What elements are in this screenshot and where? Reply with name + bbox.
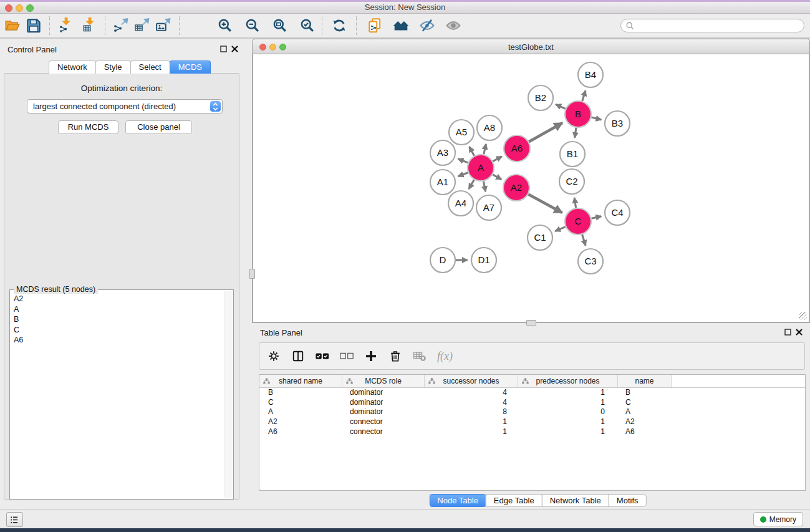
edge-B-B1[interactable] <box>575 128 576 138</box>
show-columns-icon[interactable] <box>291 349 305 363</box>
tab-select[interactable]: Select <box>130 60 170 74</box>
network-canvas[interactable]: B4B2BB3A8A5A6A3B1AA1C2A2A4A7C4CC1C3DD1 <box>252 54 810 323</box>
node-B2[interactable]: B2 <box>528 85 553 110</box>
close-table-panel-icon[interactable] <box>796 329 803 336</box>
create-column-plus-icon[interactable] <box>364 349 378 363</box>
float-panel-icon[interactable] <box>220 46 227 52</box>
open-session-icon[interactable] <box>4 17 21 34</box>
home-layout-icon[interactable] <box>393 17 409 34</box>
column-header-name[interactable]: name <box>618 375 672 387</box>
table-row[interactable]: Adominator80A <box>259 407 805 417</box>
criterion-select[interactable]: largest connected component (directed) <box>27 99 223 114</box>
table-cell[interactable]: 8 <box>425 407 518 417</box>
network-graph[interactable]: B4B2BB3A8A5A6A3B1AA1C2A2A4A7C4CC1C3DD1 <box>253 54 808 321</box>
column-header-successor-nodes[interactable]: successor nodes <box>425 375 518 387</box>
node-A7[interactable]: A7 <box>476 195 501 220</box>
select-all-icon[interactable] <box>316 349 329 363</box>
node-A6[interactable]: A6 <box>504 135 530 162</box>
mcds-result-item[interactable]: A6 <box>14 335 223 346</box>
table-row[interactable]: A2connector11A2 <box>259 417 805 427</box>
table-cell[interactable]: C <box>618 398 672 408</box>
node-A1[interactable]: A1 <box>430 170 455 195</box>
node-D[interactable]: D <box>430 248 455 273</box>
refresh-icon[interactable] <box>331 17 347 34</box>
table-cell[interactable]: A <box>259 407 342 417</box>
table-cell[interactable]: dominator <box>342 388 425 398</box>
memory-button[interactable]: Memory <box>753 512 803 526</box>
close-panel-icon[interactable] <box>231 46 238 52</box>
edge-A-A2[interactable] <box>493 175 501 180</box>
edge-A-A8[interactable] <box>484 144 486 155</box>
mcds-result-item[interactable]: B <box>14 314 223 325</box>
edge-B-B2[interactable] <box>556 105 566 109</box>
node-A8[interactable]: A8 <box>477 115 502 140</box>
node-A4[interactable]: A4 <box>448 191 473 216</box>
zoom-out-icon[interactable] <box>244 17 261 34</box>
edge-B-B3[interactable] <box>591 117 601 120</box>
import-network-icon[interactable] <box>57 17 74 34</box>
zoom-selected-icon[interactable] <box>299 17 316 34</box>
node-C2[interactable]: C2 <box>559 169 584 194</box>
float-table-panel-icon[interactable] <box>784 329 791 336</box>
export-image-icon[interactable] <box>155 17 171 34</box>
node-B3[interactable]: B3 <box>605 111 630 136</box>
edge-A-A6[interactable] <box>493 157 501 162</box>
mcds-result-scrollbar[interactable] <box>224 291 233 498</box>
node-A2[interactable]: A2 <box>503 175 529 201</box>
close-panel-button[interactable]: Close panel <box>125 120 192 134</box>
edge-A-A5[interactable] <box>470 147 475 156</box>
table-cell[interactable]: A2 <box>259 417 342 427</box>
delete-table-icon[interactable] <box>413 349 427 363</box>
table-cell[interactable]: dominator <box>342 398 425 408</box>
tab-style[interactable]: Style <box>95 60 131 74</box>
table-cell[interactable]: 4 <box>425 398 518 408</box>
table-cell[interactable]: 1 <box>425 417 518 427</box>
clone-network-icon[interactable] <box>367 17 383 34</box>
edge-C-C1[interactable] <box>555 227 566 231</box>
table-cell[interactable]: 1 <box>518 417 618 427</box>
mcds-result-item[interactable]: C <box>14 325 223 336</box>
panel-divider-grip-left[interactable] <box>249 269 255 279</box>
column-header-shared-name[interactable]: shared name <box>259 375 342 387</box>
search-field[interactable] <box>620 19 804 32</box>
network-window-titlebar[interactable]: testGlobe.txt <box>252 39 810 54</box>
table-cell[interactable]: connector <box>342 417 425 427</box>
table-cell[interactable]: A <box>618 407 672 417</box>
deselect-all-icon[interactable] <box>340 349 354 363</box>
table-cell[interactable]: connector <box>342 427 425 437</box>
node-A[interactable]: A <box>468 155 494 181</box>
tab-motifs[interactable]: Motifs <box>609 494 647 507</box>
run-mcds-button[interactable]: Run MCDS <box>58 120 118 134</box>
zoom-in-icon[interactable] <box>217 17 233 34</box>
zoom-fit-icon[interactable] <box>272 17 288 34</box>
node-A5[interactable]: A5 <box>449 120 474 145</box>
search-input[interactable] <box>635 20 804 31</box>
table-row[interactable]: A6connector11A6 <box>259 427 805 437</box>
node-B4[interactable]: B4 <box>578 62 603 87</box>
resize-grip[interactable] <box>799 312 807 320</box>
edge-C-C2[interactable] <box>574 198 576 208</box>
node-C4[interactable]: C4 <box>605 200 630 225</box>
table-cell[interactable]: 1 <box>518 398 618 408</box>
node-B1[interactable]: B1 <box>560 142 585 167</box>
edge-A-A4[interactable] <box>469 180 474 189</box>
table-cell[interactable]: 0 <box>518 407 618 417</box>
edge-A-A1[interactable] <box>458 173 468 177</box>
tab-mcds[interactable]: MCDS <box>170 60 211 74</box>
table-cell[interactable]: A6 <box>259 427 342 437</box>
table-cell[interactable]: dominator <box>342 407 425 417</box>
mcds-result-item[interactable]: A2 <box>14 294 223 304</box>
table-cell[interactable]: C <box>259 398 342 408</box>
edge-A6-B[interactable] <box>529 123 562 142</box>
edge-C-C3[interactable] <box>582 235 586 246</box>
node-A3[interactable]: A3 <box>430 140 455 165</box>
node-table[interactable]: shared nameMCDS rolesuccessor nodesprede… <box>259 374 806 491</box>
table-cell[interactable]: A2 <box>618 417 672 427</box>
tab-edge-table[interactable]: Edge Table <box>486 494 542 507</box>
eye-icon[interactable] <box>445 17 461 34</box>
import-table-icon[interactable] <box>81 17 97 34</box>
tab-network-table[interactable]: Network Table <box>542 494 609 507</box>
node-B[interactable]: B <box>565 101 591 127</box>
delete-column-trash-icon[interactable] <box>388 349 402 363</box>
table-cell[interactable]: A6 <box>618 427 672 437</box>
